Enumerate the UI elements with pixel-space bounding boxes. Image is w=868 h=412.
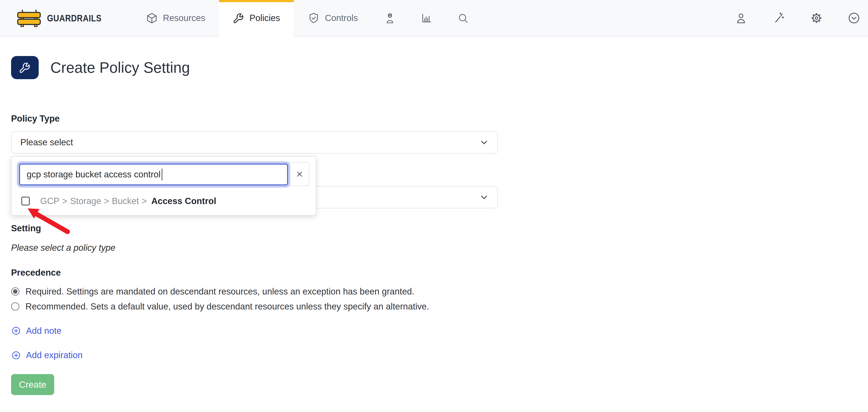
breadcrumb-separator: >: [62, 196, 67, 206]
add-note-link[interactable]: Add note: [11, 326, 61, 336]
setting-placeholder-hint: Please select a policy type: [11, 243, 116, 253]
policy-type-search-input[interactable]: gcp storage bucket access control: [19, 164, 288, 185]
user-icon[interactable]: [735, 12, 747, 25]
tab-permissions[interactable]: [372, 0, 408, 36]
search-wrapper: gcp storage bucket access control: [17, 162, 309, 186]
bar-chart-icon: [421, 12, 433, 24]
gear-icon[interactable]: [810, 12, 823, 25]
radio-dot: [13, 289, 18, 294]
breadcrumb-separator: >: [104, 196, 109, 206]
chevron-down-icon: [480, 138, 489, 147]
policy-type-dropdown-panel: gcp storage bucket access control GCP>St…: [11, 156, 316, 215]
circle-plus-icon: [11, 350, 21, 360]
text-caret: [162, 169, 162, 180]
tab-search[interactable]: [445, 0, 481, 36]
search-icon: [457, 12, 469, 24]
policy-type-select[interactable]: Please select: [11, 131, 498, 153]
breadcrumb-separator: >: [142, 196, 147, 206]
brand[interactable]: GUARDRAILS: [0, 0, 112, 36]
breadcrumb-segment: Bucket: [112, 196, 139, 206]
radio-label: Required. Settings are mandated on desce…: [26, 287, 414, 297]
brand-name: GUARDRAILS: [47, 13, 102, 24]
breadcrumb-leaf: Access Control: [151, 196, 216, 206]
tab-controls[interactable]: Controls: [294, 0, 372, 36]
breadcrumb-segment: Storage: [70, 196, 101, 206]
tab-label: Policies: [250, 13, 280, 23]
wrench-icon: [19, 61, 31, 74]
precedence-label: Precedence: [11, 268, 61, 278]
chevron-down-circle-icon[interactable]: [847, 12, 861, 25]
x-icon: [296, 170, 304, 178]
cube-icon: [146, 12, 158, 24]
magic-wand-icon[interactable]: [772, 12, 785, 25]
header-right-actions: [735, 0, 868, 36]
tab-label: Resources: [163, 13, 205, 23]
page-title: Create Policy Setting: [50, 59, 190, 76]
top-nav-bar: GUARDRAILS Resources Policies Controls: [0, 0, 868, 36]
tab-resources[interactable]: Resources: [132, 0, 219, 36]
add-expiration-link[interactable]: Add expiration: [11, 350, 83, 360]
result-checkbox[interactable]: [21, 197, 30, 206]
chevron-down-icon: [480, 193, 489, 202]
tab-reports[interactable]: [408, 0, 445, 36]
add-note-label: Add note: [26, 326, 61, 336]
create-button[interactable]: Create: [11, 374, 54, 395]
add-expiration-label: Add expiration: [26, 350, 83, 360]
setting-label: Setting: [11, 223, 41, 233]
tab-label: Controls: [325, 13, 358, 23]
search-input-value: gcp storage bucket access control: [27, 170, 160, 180]
precedence-option-recommended[interactable]: Recommended. Sets a default value, used …: [11, 301, 429, 312]
radio-unselected-icon[interactable]: [11, 302, 20, 311]
result-breadcrumb: GCP>Storage>Bucket>Access Control: [40, 196, 216, 206]
policy-type-label: Policy Type: [11, 114, 60, 124]
radio-selected-icon[interactable]: [11, 287, 20, 296]
crown-user-icon: [384, 12, 396, 24]
wrench-badge: [11, 56, 39, 79]
circle-plus-icon: [11, 326, 21, 336]
policy-type-select-value: Please select: [21, 137, 73, 147]
shield-check-icon: [308, 12, 320, 24]
dropdown-result-row[interactable]: GCP>Storage>Bucket>Access Control: [21, 196, 216, 206]
precedence-option-required[interactable]: Required. Settings are mandated on desce…: [11, 287, 414, 297]
clear-search-button[interactable]: [292, 167, 307, 181]
guardrail-barrier-icon: [17, 9, 42, 28]
page-head: Create Policy Setting: [11, 56, 190, 79]
tab-policies[interactable]: Policies: [219, 0, 294, 36]
breadcrumb-segment: GCP: [40, 196, 60, 206]
radio-label: Recommended. Sets a default value, used …: [26, 301, 429, 312]
wrench-icon: [233, 12, 245, 24]
create-policy-setting-page: Create Policy Setting Policy Type Please…: [0, 36, 868, 412]
